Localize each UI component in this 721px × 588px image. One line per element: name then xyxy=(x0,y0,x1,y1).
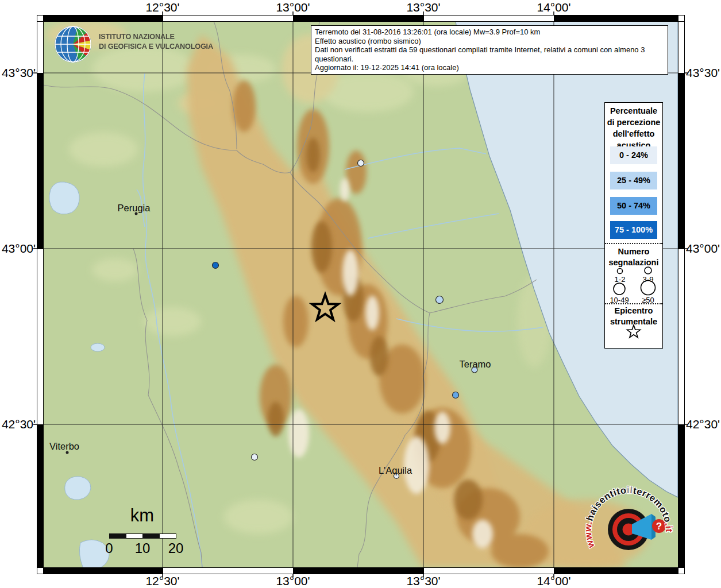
question-mark-glyph: ? xyxy=(656,521,662,532)
scalebar-tick: 10 xyxy=(135,540,151,556)
event-source: Dati non verificati estratti da 59 quest… xyxy=(315,45,664,63)
signal-size-label: 3-9 xyxy=(643,275,654,284)
legend-epicenter-title: Epicentro xyxy=(605,305,662,316)
axis-label-lon: 13°00' xyxy=(276,1,310,14)
scale-bar xyxy=(109,533,176,538)
axis-label-lat: 43°00' xyxy=(0,242,36,256)
scalebar-tick: 20 xyxy=(168,540,184,556)
signal-size-label: 10-49 xyxy=(610,296,629,304)
axis-label-lon: 12°30' xyxy=(145,574,179,588)
ingv-name-line2: DI GEOFISICA E VULCANOLOGIA xyxy=(99,41,213,51)
signal-size-label: 1-2 xyxy=(615,275,626,284)
axis-label-lat: 43°30' xyxy=(686,66,720,80)
axis-label-lon: 14°00' xyxy=(537,1,570,14)
city-label-perugia: Perugia xyxy=(118,203,151,214)
axis-label-lat: 43°30' xyxy=(0,66,36,80)
map-point xyxy=(436,296,444,304)
ingv-name-line1: ISTITUTO NAZIONALE xyxy=(99,32,213,41)
axis-label-lon: 14°00' xyxy=(537,574,570,588)
legend-divider xyxy=(605,303,662,304)
map-point xyxy=(213,262,219,269)
axis-label-lon: 13°30' xyxy=(406,1,440,14)
ingv-globe-icon xyxy=(53,24,93,64)
legend-panel: Percentuale di percezione dell'effetto a… xyxy=(604,102,663,349)
event-effect: Effetto acustico (rombo sismico) xyxy=(315,37,664,46)
legend-divider xyxy=(605,243,662,244)
axis-label-lon: 13°30' xyxy=(406,574,440,588)
legend-class-50-74: 50 - 74% xyxy=(610,197,657,215)
axis-label-lat: 43°00' xyxy=(686,242,720,256)
legend-epicenter-star-icon xyxy=(622,324,645,341)
ingv-logo: ISTITUTO NAZIONALE DI GEOFISICA E VULCAN… xyxy=(53,24,225,64)
map-point xyxy=(453,392,459,399)
event-title: Terremoto del 31-08-2016 13:26:01 (ora l… xyxy=(315,28,664,37)
legend-class-25-49: 25 - 49% xyxy=(610,172,657,189)
event-updated: Aggiornato il: 19-12-2025 14:41 (ora loc… xyxy=(315,63,664,72)
axis-label-lat: 42°30' xyxy=(0,417,36,431)
legend-class-75-100: 75 - 100% xyxy=(610,221,657,239)
axis-label-lon: 13°00' xyxy=(276,574,310,588)
city-label-laquila: L'Aquila xyxy=(379,465,412,476)
city-label-teramo: Teramo xyxy=(459,359,491,370)
legend-signal-sizes: 1-2 3-9 10-49 ≥50 xyxy=(605,266,662,304)
axis-label-lon: 12°30' xyxy=(145,1,179,14)
haisentitoilterremoto-map-page: ? www.haisentitoilterremoto.it xyxy=(0,0,721,588)
map-point xyxy=(252,454,258,461)
terrain-layer: ? www.haisentitoilterremoto.it xyxy=(43,20,678,568)
axis-label-lat: 42°30' xyxy=(686,417,720,431)
legend-class-0-24: 0 - 24% xyxy=(610,146,657,164)
city-label-viterbo: Viterbo xyxy=(49,441,79,452)
scalebar-unit: km xyxy=(118,505,167,526)
legend-signals-title: Numero xyxy=(605,246,662,257)
scalebar-tick: 0 xyxy=(105,540,113,556)
legend-percent-title: Percentuale xyxy=(605,105,662,117)
map-point xyxy=(358,160,364,167)
signal-size-label: ≥50 xyxy=(642,296,654,304)
event-info-box: Terremoto del 31-08-2016 13:26:01 (ora l… xyxy=(311,25,668,75)
